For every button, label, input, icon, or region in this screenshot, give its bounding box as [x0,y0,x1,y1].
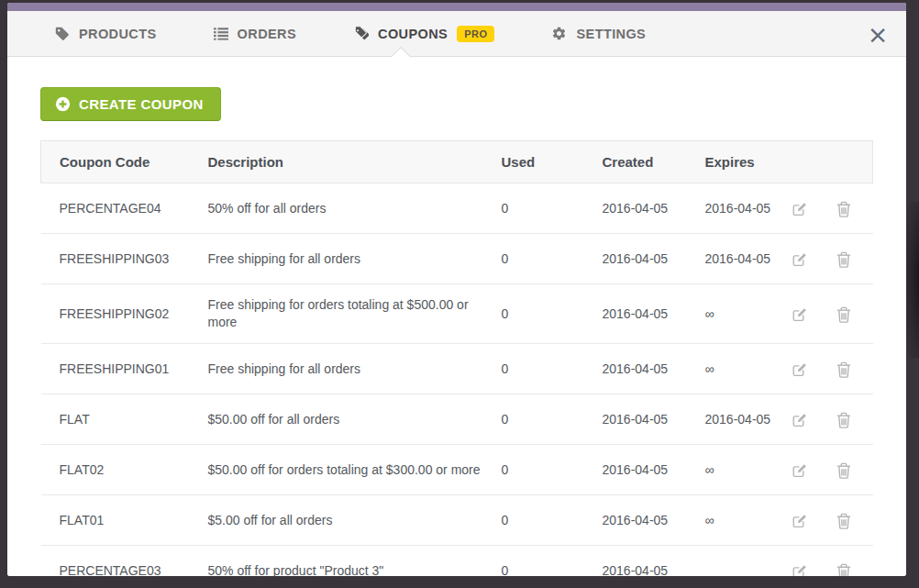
backdrop-shape [906,202,919,358]
used-cell: 0 [502,284,603,344]
coupons-panel: CREATE COUPON Coupon Code Description Us… [7,57,906,576]
created-cell: 2016-04-05 [603,445,705,495]
description-cell: $50.00 off for orders totaling at $300.0… [208,445,502,495]
description-cell: Free shipping for all orders [208,344,502,394]
used-cell: 0 [502,445,603,495]
tab-coupons[interactable]: COUPONS PRO [353,26,494,42]
used-cell: 0 [502,495,603,546]
actions-cell [790,344,873,394]
table-row: FREESHIPPING03 Free shipping for all ord… [41,234,873,284]
table-row: FREESHIPPING02 Free shipping for orders … [41,284,873,344]
trash-icon[interactable] [836,513,851,529]
list-icon [214,27,228,40]
tab-label: SETTINGS [576,27,646,41]
tab-orders[interactable]: ORDERS [214,27,296,41]
modal-accent-bar [7,3,906,11]
edit-icon[interactable] [792,361,808,378]
created-cell: 2016-04-05 [603,234,705,284]
edit-icon[interactable] [792,251,808,268]
edit-icon[interactable] [792,513,808,529]
edit-icon[interactable] [792,201,808,217]
tab-settings[interactable]: SETTINGS [551,26,646,41]
coupon-code-cell: FREESHIPPING03 [41,234,208,284]
coupon-table-body: PERCENTAGE04 50% off for all orders 0 20… [41,183,873,577]
header-expires: Expires [705,141,790,183]
edit-icon[interactable] [792,412,808,428]
trash-icon[interactable] [836,563,851,576]
actions-cell [790,234,873,284]
used-cell: 0 [502,183,603,234]
coupon-code-cell: FLAT02 [41,445,208,495]
tab-label: PRODUCTS [79,27,157,41]
close-icon[interactable]: × [862,18,893,50]
expires-cell [705,546,790,577]
trash-icon[interactable] [836,306,851,323]
tabs-bar: PRODUCTS ORDERS COUPONS PRO SETTINGS × [7,11,906,57]
header-used: Used [502,141,603,183]
actions-cell [790,394,873,445]
description-cell: Free shipping for all orders [208,234,502,284]
coupon-code-cell: FLAT [41,394,208,445]
create-coupon-label: CREATE COUPON [79,96,204,112]
expires-cell: ∞ [705,344,790,394]
used-cell: 0 [502,394,603,445]
description-cell: $5.00 off for all orders [208,495,502,546]
header-actions [790,141,873,183]
coupon-code-cell: PERCENTAGE04 [41,183,208,234]
create-coupon-button[interactable]: CREATE COUPON [40,87,221,121]
expires-cell: ∞ [705,445,790,495]
table-row: FLAT01 $5.00 off for all orders 0 2016-0… [41,495,873,546]
expires-cell: ∞ [705,495,790,546]
coupons-modal: PRODUCTS ORDERS COUPONS PRO SETTINGS × [7,3,906,576]
tab-label: COUPONS [378,27,448,41]
created-cell: 2016-04-05 [603,183,705,234]
coupons-icon [353,26,369,41]
expires-cell: ∞ [705,284,790,344]
used-cell: 0 [502,546,603,577]
table-row: FREESHIPPING01 Free shipping for all ord… [41,344,873,394]
expires-cell: 2016-04-05 [705,394,790,445]
actions-cell [790,445,873,495]
tag-icon [55,27,70,41]
trash-icon[interactable] [836,462,851,479]
actions-cell [790,183,873,234]
coupon-code-cell: FLAT01 [41,495,208,546]
coupon-code-cell: FREESHIPPING01 [41,344,208,394]
description-cell: Free shipping for orders totaling at $50… [208,284,502,344]
header-description: Description [208,141,502,183]
table-row: PERCENTAGE04 50% off for all orders 0 20… [41,183,873,234]
trash-icon[interactable] [836,251,851,268]
header-coupon-code: Coupon Code [41,141,208,183]
created-cell: 2016-04-05 [603,394,705,445]
description-cell: 50% off for product "Product 3" [208,546,502,577]
plus-circle-icon [55,96,71,112]
pro-badge: PRO [457,26,494,42]
trash-icon[interactable] [836,412,851,428]
table-row: PERCENTAGE03 50% off for product "Produc… [41,546,873,577]
created-cell: 2016-04-05 [603,495,705,546]
used-cell: 0 [502,344,603,394]
gear-icon [551,26,567,41]
description-cell: $50.00 off for all orders [208,394,502,445]
edit-icon[interactable] [792,563,808,576]
table-row: FLAT $50.00 off for all orders 0 2016-04… [41,394,873,445]
table-header-row: Coupon Code Description Used Created Exp… [41,141,873,183]
created-cell: 2016-04-05 [603,344,705,394]
coupon-table: Coupon Code Description Used Created Exp… [40,140,873,576]
edit-icon[interactable] [792,462,808,479]
coupon-code-cell: FREESHIPPING02 [41,284,208,344]
edit-icon[interactable] [792,306,808,323]
trash-icon[interactable] [836,201,851,217]
expires-cell: 2016-04-05 [705,183,790,234]
trash-icon[interactable] [836,361,851,378]
coupon-code-cell: PERCENTAGE03 [41,546,208,577]
created-cell: 2016-04-05 [603,546,705,577]
expires-cell: 2016-04-05 [705,234,790,284]
actions-cell [790,546,873,577]
header-created: Created [603,141,705,183]
tab-label: ORDERS [238,27,296,41]
tab-products[interactable]: PRODUCTS [55,27,157,41]
actions-cell [790,284,873,344]
actions-cell [790,495,873,546]
used-cell: 0 [502,234,603,284]
